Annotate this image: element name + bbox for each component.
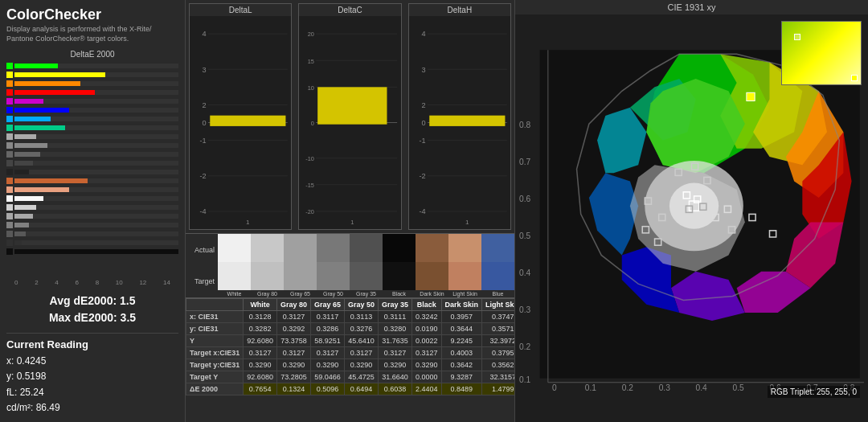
swatch-name: Blue xyxy=(481,290,514,297)
table-cell: 0.3127 xyxy=(276,311,310,323)
table-row-label: Target x:CIE31 xyxy=(186,347,244,359)
bar-row xyxy=(6,62,178,70)
table-header: Gray 65 xyxy=(310,299,344,311)
bar-background xyxy=(14,161,178,166)
svg-text:0.5: 0.5 xyxy=(733,383,744,392)
table-cell: 59.0466 xyxy=(310,371,344,383)
bar-background xyxy=(14,108,178,113)
swatch-target xyxy=(218,262,251,290)
deltaL-area: 4 3 2 0 -1 -2 -4 1 xyxy=(190,16,291,229)
svg-text:15: 15 xyxy=(308,57,314,64)
bar-background xyxy=(14,178,178,183)
current-reading-section: Current Reading x: 0.4245 y: 0.5198 fL: … xyxy=(6,333,178,416)
bar-row xyxy=(6,106,178,114)
svg-text:-10: -10 xyxy=(306,155,315,162)
svg-text:4: 4 xyxy=(203,31,207,39)
bar-row xyxy=(6,221,178,229)
svg-text:0: 0 xyxy=(311,120,314,127)
table-cell: 73.2805 xyxy=(276,371,310,383)
table-cell: 0.8489 xyxy=(441,383,482,395)
swatch-name: Gray 65 xyxy=(284,290,317,297)
table-cell: 0.3290 xyxy=(412,359,442,371)
svg-text:3: 3 xyxy=(421,66,425,74)
table-section[interactable]: WhiteGray 80Gray 65Gray 50Gray 35BlackDa… xyxy=(186,297,514,422)
bar-fill xyxy=(14,223,29,227)
bar-background xyxy=(14,72,178,77)
bar-background xyxy=(14,223,178,227)
bar-background xyxy=(14,240,178,245)
swatch-col: Dark Skin xyxy=(416,234,448,297)
avg-label: Avg dE2000: 1.5 xyxy=(6,293,178,309)
right-panel: CIE 1931 xy xyxy=(514,0,868,422)
svg-text:-2: -2 xyxy=(419,172,425,180)
table-cell: 0.7654 xyxy=(244,383,277,395)
bar-fill xyxy=(14,178,88,183)
bar-background xyxy=(14,187,178,192)
table-row-label: Y xyxy=(186,335,244,347)
svg-text:0.5: 0.5 xyxy=(519,231,530,240)
cie-title: CIE 1931 xy xyxy=(515,0,868,14)
bar-row xyxy=(6,195,178,203)
bar-background xyxy=(14,152,178,157)
deltaL-title: DeltaL xyxy=(190,4,291,16)
swatch-name: Gray 35 xyxy=(350,290,383,297)
bar-fill xyxy=(14,117,51,121)
bar-fill xyxy=(14,196,43,201)
swatch-col: White xyxy=(218,234,251,297)
bar-axis: 02468101214 xyxy=(6,279,178,286)
table-cell: 32.3157 xyxy=(482,371,514,383)
bar-swatch xyxy=(6,125,13,131)
bar-background xyxy=(14,134,178,139)
cd-value: 86.49 xyxy=(36,402,60,413)
gamut-marker xyxy=(851,75,858,81)
fl-value: 25.24 xyxy=(20,387,44,398)
bar-fill xyxy=(14,170,29,174)
swatch-target xyxy=(317,262,350,290)
svg-text:3: 3 xyxy=(203,66,207,74)
charts-row: DeltaL 4 3 2 0 xyxy=(186,0,514,233)
table-row-label: y: CIE31 xyxy=(186,323,244,335)
reading-fl: fL: 25.24 xyxy=(6,385,178,400)
bar-background xyxy=(14,249,178,254)
table-cell: 0.3957 xyxy=(441,311,482,323)
table-cell: 0.6494 xyxy=(344,383,378,395)
bar-fill xyxy=(14,99,43,104)
svg-text:2: 2 xyxy=(421,101,425,109)
bar-swatch xyxy=(6,231,13,237)
table-cell: 0.3276 xyxy=(344,323,378,335)
reading-y: y: 0.5198 xyxy=(6,369,178,384)
table-cell: 0.3290 xyxy=(379,359,412,371)
bar-swatch xyxy=(6,195,13,202)
swatch-col: Gray 65 xyxy=(284,234,317,297)
bar-row xyxy=(6,88,178,96)
svg-rect-46 xyxy=(429,116,505,126)
svg-text:0.8: 0.8 xyxy=(519,121,530,129)
table-cell: 0.3290 xyxy=(344,359,378,371)
svg-text:0.4: 0.4 xyxy=(519,268,530,277)
svg-text:-4: -4 xyxy=(200,207,207,215)
table-cell: 0.3747 xyxy=(482,311,514,323)
middle-panel: DeltaL 4 3 2 0 xyxy=(185,0,514,422)
app-subtitle: Display analysis is performed with the X… xyxy=(6,25,178,43)
bar-swatch xyxy=(6,98,13,104)
table-cell: 9.2245 xyxy=(441,335,482,347)
bar-fill xyxy=(14,108,69,113)
swatch-target xyxy=(383,262,416,290)
bar-background xyxy=(14,143,178,148)
table-cell: 58.9251 xyxy=(310,335,344,347)
table-row-label: Target y:CIE31 xyxy=(186,359,244,371)
x-label: x: xyxy=(6,355,14,367)
bar-row xyxy=(6,97,178,105)
swatch-name: Black xyxy=(383,290,416,297)
swatches-row: WhiteGray 80Gray 65Gray 50Gray 35BlackDa… xyxy=(218,234,514,297)
y-value: 0.5198 xyxy=(17,371,47,382)
bar-background xyxy=(14,117,178,121)
table-cell: 2.4404 xyxy=(412,383,442,395)
table-cell: 0.3644 xyxy=(441,323,482,335)
table-cell: 0.0022 xyxy=(412,335,442,347)
table-cell: 45.6410 xyxy=(344,335,378,347)
bar-fill xyxy=(14,125,65,130)
bar-row xyxy=(6,186,178,194)
bar-row xyxy=(6,212,178,220)
bar-fill xyxy=(14,214,33,219)
